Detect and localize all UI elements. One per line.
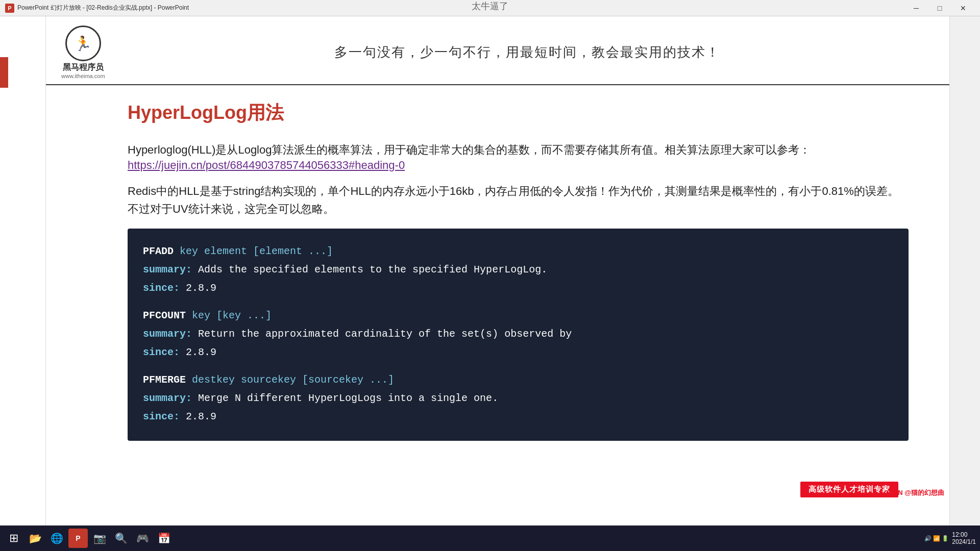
pfmerge-section: PFMERGE destkey sourcekey [sourcekey ...… — [143, 371, 893, 425]
taskbar-app3[interactable]: 🎮 — [133, 529, 152, 548]
slide-content-area: 🏃 黑马程序员 www.itheima.com 多一句没有，少一句不行，用最短时… — [46, 16, 949, 525]
code-block: PFADD key element [element ...] summary:… — [128, 229, 909, 441]
pfcount-section: PFCOUNT key [key ...] summary: Return th… — [143, 307, 893, 361]
taskbar-powerpoint[interactable]: P — [68, 529, 88, 548]
slide-content: HyperLogLog用法 Hyperloglog(HLL)是从Loglog算法… — [46, 85, 949, 451]
pfmerge-params: destkey sourcekey [sourcekey ...] — [192, 374, 394, 386]
pfadd-since-text: 2.8.9 — [186, 282, 216, 294]
logo-symbol: 🏃 — [74, 35, 92, 52]
csdn-text: CSDN @猫的幻想曲 — [884, 488, 944, 497]
pfmerge-since-text: 2.8.9 — [186, 411, 216, 422]
logo-area: 🏃 黑马程序员 www.itheima.com — [61, 26, 105, 79]
pfmerge-command-line: PFMERGE destkey sourcekey [sourcekey ...… — [143, 371, 893, 389]
systray: 🔊 📶 🔋 12:002024/1/1 — [924, 531, 976, 545]
slide-title: HyperLogLog用法 — [128, 101, 909, 126]
pfcount-params: key [key ...] — [192, 310, 272, 321]
pfmerge-command: PFMERGE — [143, 374, 186, 386]
pfadd-summary-text: Adds the specified elements to the speci… — [198, 264, 547, 276]
slide-header: 🏃 黑马程序员 www.itheima.com 多一句没有，少一句不行，用最短时… — [46, 16, 949, 85]
pfcount-command: PFCOUNT — [143, 310, 186, 321]
clock: 12:002024/1/1 — [952, 531, 976, 545]
taskbar-file-explorer[interactable]: 📂 — [26, 529, 45, 548]
pfcount-summary-line: summary: Return the approximated cardina… — [143, 325, 893, 343]
close-button[interactable]: ✕ — [951, 0, 975, 16]
taskbar: ⊞ 📂 🌐 P 📷 🔍 🎮 📅 🔊 📶 🔋 12:002024/1/1 — [0, 525, 980, 551]
window-controls: ─ □ ✕ — [904, 0, 975, 16]
pfcount-summary-label: summary: — [143, 328, 192, 340]
maximize-button[interactable]: □ — [928, 0, 951, 16]
minimize-button[interactable]: ─ — [904, 0, 928, 16]
pfcount-summary-text: Return the approximated cardinality of t… — [198, 328, 572, 340]
pfcount-since-line: since: 2.8.9 — [143, 344, 893, 361]
header-slogan: 多一句没有，少一句不行，用最短时间，教会最实用的技术！ — [120, 43, 934, 61]
pfcount-command-line: PFCOUNT key [key ...] — [143, 307, 893, 324]
logo-url: www.itheima.com — [61, 73, 105, 79]
csdn-logo: CSDN @猫的幻想曲 — [884, 488, 944, 497]
right-panel — [949, 16, 980, 525]
start-button[interactable]: ⊞ — [4, 529, 23, 548]
title-bar-left: P PowerPoint 幻灯片放映 - [02-Redis企业实战.pptx]… — [5, 4, 189, 13]
left-sidebar — [0, 16, 46, 525]
pfmerge-since-line: since: 2.8.9 — [143, 408, 893, 425]
pfmerge-summary-label: summary: — [143, 392, 192, 404]
pfadd-since-line: since: 2.8.9 — [143, 280, 893, 297]
pfadd-command: PFADD — [143, 245, 174, 257]
main-area: 🏃 黑马程序员 www.itheima.com 多一句没有，少一句不行，用最短时… — [0, 16, 980, 525]
reference-link[interactable]: https://juejin.cn/post/68449037857440563… — [128, 159, 405, 171]
para1-block: Hyperloglog(HLL)是从Loglog算法派生的概率算法，用于确定非常… — [128, 141, 909, 172]
para2-text: Redis中的HLL是基于string结构实现的，单个HLL的内存永远小于16k… — [128, 185, 899, 215]
pfcount-since-text: 2.8.9 — [186, 346, 216, 358]
pfadd-section: PFADD key element [element ...] summary:… — [143, 243, 893, 297]
pfmerge-summary-line: summary: Merge N different HyperLogLogs … — [143, 390, 893, 407]
pfadd-params: key element [element ...] — [180, 245, 333, 257]
taskbar-app4[interactable]: 📅 — [154, 529, 174, 548]
systray-icons: 🔊 📶 🔋 — [924, 535, 949, 542]
pfadd-summary-label: summary: — [143, 264, 192, 276]
logo-circle: 🏃 — [65, 26, 101, 61]
title-bar: P PowerPoint 幻灯片放映 - [02-Redis企业实战.pptx]… — [0, 0, 980, 16]
pfmerge-since-label: since: — [143, 411, 180, 422]
taskbar-app2[interactable]: 🔍 — [111, 529, 131, 548]
powerpoint-icon: P — [5, 4, 14, 13]
pfadd-command-line: PFADD key element [element ...] — [143, 243, 893, 260]
pfadd-summary-line: summary: Adds the specified elements to … — [143, 261, 893, 279]
para2-block: Redis中的HLL是基于string结构实现的，单个HLL的内存永远小于16k… — [128, 182, 909, 218]
window-title: PowerPoint 幻灯片放映 - [02-Redis企业实战.pptx] -… — [17, 4, 189, 12]
para1-text: Hyperloglog(HLL)是从Loglog算法派生的概率算法，用于确定非常… — [128, 143, 811, 156]
taskbar-browser[interactable]: 🌐 — [47, 529, 66, 548]
taskbar-app1[interactable]: 📷 — [90, 529, 109, 548]
logo-text: 黑马程序员 — [63, 62, 104, 73]
red-strip — [0, 57, 8, 88]
pfmerge-summary-text: Merge N different HyperLogLogs into a si… — [198, 392, 498, 404]
pfadd-since-label: since: — [143, 282, 180, 294]
taskbar-right: 🔊 📶 🔋 12:002024/1/1 — [924, 531, 976, 545]
pfcount-since-label: since: — [143, 346, 180, 358]
